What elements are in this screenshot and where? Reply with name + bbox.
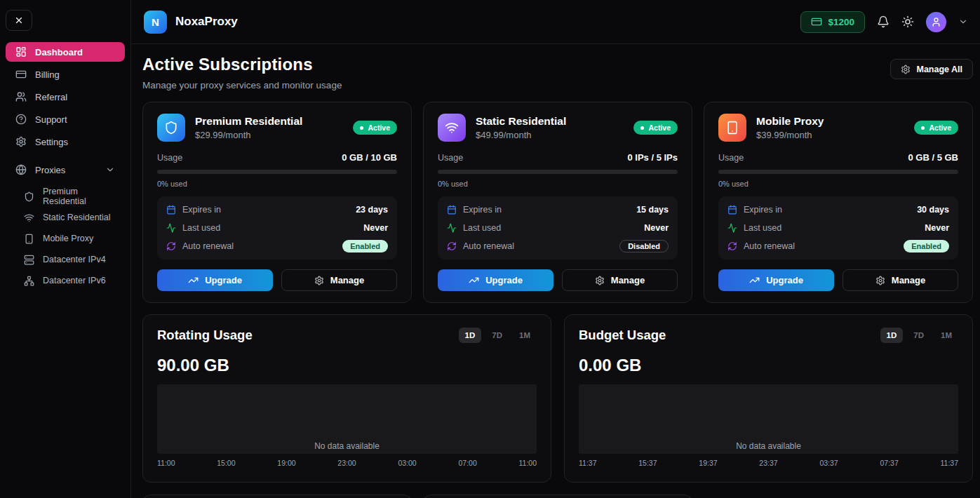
manage-button[interactable]: Manage [843,269,958,291]
auto-renewal-label: Auto renewal [744,241,795,251]
balance-button[interactable]: $1200 [800,11,865,33]
page-subtitle: Manage your proxy services and monitor u… [142,80,342,90]
chart-empty-message: No data available [157,441,537,451]
help-circle-icon [15,114,27,125]
budget-usage-card: Budget Usage 1D 7D 1M 0.00 GB No data av… [564,314,973,483]
tab-1m[interactable]: 1M [513,328,537,343]
credit-card-icon [811,16,822,27]
sidebar-item-mobile-proxy[interactable]: Mobile Proxy [6,229,125,248]
sidebar-item-static-residential[interactable]: Static Residential [6,208,125,227]
gear-icon [875,276,885,285]
sidebar-item-datacenter-ipv4[interactable]: Datacenter IPv4 [6,250,125,269]
close-icon [14,15,24,25]
chart-x-axis: 11:00 15:00 19:00 23:00 03:00 07:00 11:0… [157,459,537,467]
sidebar-item-billing[interactable]: Billing [6,65,125,84]
chevron-down-icon [958,17,968,27]
x-tick: 19:00 [277,459,295,467]
chart-empty-message: No data available [579,441,958,451]
partial-card [423,494,692,498]
shield-icon [24,191,34,202]
trending-up-icon [188,275,199,285]
auto-renewal-badge: Enabled [342,240,388,253]
auto-renewal-label: Auto renewal [463,241,514,251]
range-tabs: 1D 7D 1M [880,328,958,343]
partial-card [142,494,412,498]
tab-1d[interactable]: 1D [880,328,904,343]
tab-1m[interactable]: 1M [934,328,958,343]
upgrade-button[interactable]: Upgrade [157,269,273,291]
sidebar-item-referral[interactable]: Referral [6,87,125,107]
user-icon [931,17,941,27]
x-tick: 23:00 [337,459,356,467]
refresh-icon [166,241,176,251]
x-tick: 23:37 [759,459,777,467]
sidebar-item-label: Datacenter IPv4 [43,255,106,264]
expires-value: 23 days [356,205,388,215]
tab-1d[interactable]: 1D [459,328,482,343]
status-badge: Active [914,121,958,135]
sidebar-item-label: Proxies [35,165,65,175]
sidebar-item-proxies[interactable]: Proxies [6,160,125,180]
sidebar-item-label: Premium Residential [43,187,115,206]
manage-button[interactable]: Manage [281,269,397,291]
manage-all-button[interactable]: Manage All [890,59,973,79]
last-used-value: Never [925,223,949,233]
header-actions: $1200 [800,11,968,33]
calendar-icon [447,205,457,215]
sidebar-item-premium-residential[interactable]: Premium Residential [6,187,125,206]
usage-percent: 0% used [157,180,397,188]
network-icon [24,276,34,286]
manage-all-label: Manage All [916,65,962,74]
last-used-label: Last used [463,223,501,233]
calendar-icon [727,205,737,215]
sidebar-item-dashboard[interactable]: Dashboard [6,42,125,62]
balance-amount: $1200 [828,17,854,27]
activity-icon [166,223,176,233]
usage-label: Usage [438,153,463,163]
usage-label: Usage [718,153,744,163]
chart-plot-area: No data available [157,384,537,454]
sidebar-item-support[interactable]: Support [6,109,125,129]
shield-icon [157,114,185,142]
x-tick: 15:00 [217,459,235,467]
last-used-label: Last used [182,223,220,233]
subscription-details: Expires in 30 days Last used Never Auto … [718,196,958,260]
x-tick: 03:00 [398,459,416,467]
x-tick: 11:00 [519,459,537,467]
sidebar-close-button[interactable] [6,10,32,31]
sidebar-item-label: Mobile Proxy [43,234,93,243]
upgrade-button[interactable]: Upgrade [718,269,834,291]
app-logo: N [144,11,167,34]
chart-title: Rotating Usage [157,328,253,343]
notifications-button[interactable] [877,15,890,28]
usage-value: 0 GB / 10 GB [342,152,397,163]
users-icon [15,91,27,102]
upgrade-button[interactable]: Upgrade [438,269,553,291]
sidebar-nav: Dashboard Billing Referral Support Setti… [6,42,125,290]
sidebar-item-label: Datacenter IPv6 [43,276,106,285]
chart-title: Budget Usage [579,328,666,343]
sidebar-item-label: Dashboard [35,47,83,58]
tab-7d[interactable]: 7D [907,328,930,343]
chart-total-value: 90.00 GB [157,356,537,375]
usage-value: 0 GB / 5 GB [908,152,958,163]
sidebar-item-label: Support [35,114,67,125]
subscription-card-mobile-proxy: Mobile Proxy $39.99/month Active Usage 0… [704,102,973,303]
rotating-usage-card: Rotating Usage 1D 7D 1M 90.00 GB No data… [142,314,551,483]
avatar[interactable] [926,12,946,32]
usage-progress-bar [438,170,678,174]
sidebar-item-datacenter-ipv6[interactable]: Datacenter IPv6 [6,271,125,290]
calendar-icon [166,205,176,215]
activity-icon [447,223,457,233]
manage-button[interactable]: Manage [562,269,678,291]
sidebar-item-label: Referral [35,92,67,102]
wifi-icon [24,213,34,223]
gear-icon [314,276,324,285]
main-content: Active Subscriptions Manage your proxy s… [131,44,980,498]
account-menu-toggle[interactable] [958,17,968,27]
x-tick: 07:37 [880,459,898,467]
theme-toggle-button[interactable] [901,15,914,28]
usage-progress-bar [157,170,397,174]
sidebar-item-settings[interactable]: Settings [6,132,125,152]
tab-7d[interactable]: 7D [485,328,509,343]
